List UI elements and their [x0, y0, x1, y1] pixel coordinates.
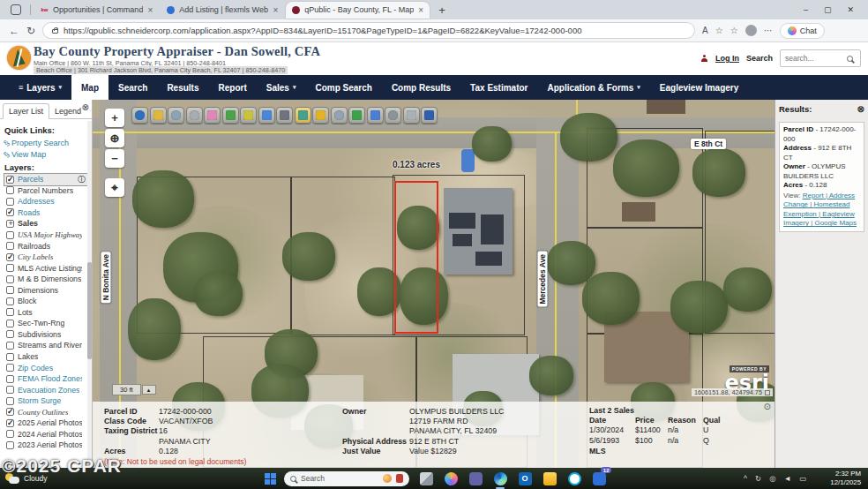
layer-row[interactable]: MLS Active Listings	[4, 262, 87, 274]
layer-checkbox[interactable]	[6, 198, 14, 206]
map-tool-button[interactable]	[240, 107, 257, 124]
header-search-box[interactable]	[780, 49, 861, 67]
map-tool-button[interactable]	[421, 107, 438, 124]
layer-row[interactable]: Railroads	[4, 240, 87, 252]
layer-label[interactable]: Lots	[18, 308, 33, 317]
locate-button[interactable]: ⌖	[105, 178, 124, 197]
layer-checkbox[interactable]	[6, 275, 14, 283]
layer-label[interactable]: Sales	[18, 219, 38, 228]
tray-icon[interactable]: ^	[744, 474, 747, 483]
layer-label[interactable]: Zip Codes	[18, 364, 53, 372]
header-search-input[interactable]	[785, 54, 847, 63]
taskbar-app-icon[interactable]	[417, 470, 435, 487]
map-tool-button[interactable]	[331, 107, 348, 124]
close-button[interactable]: ✕	[847, 5, 854, 14]
nav-item[interactable]: Results	[157, 75, 208, 100]
nav-item[interactable]: Comp Results	[382, 75, 460, 100]
coordinates-icon[interactable]	[765, 390, 770, 395]
browser-menu-icon[interactable]: ⋯	[764, 26, 773, 35]
taskbar-search[interactable]: Search	[284, 471, 409, 486]
layer-checkbox[interactable]	[6, 342, 14, 350]
layer-checkbox[interactable]	[6, 375, 14, 383]
layer-row[interactable]: Sec-Twn-Rng	[4, 318, 87, 329]
layer-checkbox[interactable]	[6, 231, 14, 239]
layer-label[interactable]: Lakes	[18, 352, 38, 361]
layer-row[interactable]: County Outlines	[4, 406, 87, 418]
address-bar[interactable]: https://qpublic.schneidercorp.com/applic…	[42, 22, 695, 39]
layer-row[interactable]: Parcels ⓘ	[4, 174, 87, 185]
nav-item[interactable]: Report	[209, 75, 257, 100]
info-icon[interactable]: ⓘ	[78, 174, 86, 185]
layer-row[interactable]: USA Major Highways	[4, 229, 87, 241]
map-tool-button[interactable]	[258, 107, 275, 124]
layer-row[interactable]: Dimensions	[4, 284, 87, 296]
map-tool-button[interactable]	[204, 107, 221, 124]
layer-checkbox[interactable]	[6, 186, 14, 194]
layer-label[interactable]: USA Major Highways	[18, 230, 82, 239]
quick-link[interactable]: § Property Search	[4, 137, 87, 148]
minimize-button[interactable]: –	[804, 5, 808, 14]
layer-label[interactable]: City Labels	[18, 252, 53, 261]
layer-row[interactable]: 2023 Aerial Photos	[4, 440, 87, 451]
map-tool-button[interactable]	[276, 107, 293, 124]
nav-item[interactable]: Sales ▾	[257, 75, 306, 100]
layer-checkbox[interactable]	[6, 353, 14, 361]
nav-item[interactable]: ≡ Layers ▾	[9, 75, 71, 100]
nav-item[interactable]: Map	[71, 75, 108, 100]
layer-row[interactable]: Lakes	[4, 351, 87, 363]
read-aloud-icon[interactable]: A	[702, 26, 708, 35]
layer-label[interactable]: Addresses	[18, 197, 55, 206]
globe-home-button[interactable]: ⊕	[105, 129, 124, 147]
search-icon[interactable]	[847, 56, 853, 62]
layer-checkbox[interactable]	[6, 441, 14, 449]
layer-row[interactable]: 2025 Aerial Photos	[4, 418, 87, 429]
tab-actions-icon[interactable]	[11, 4, 21, 15]
map-tool-button[interactable]	[403, 107, 420, 124]
layer-label[interactable]: Streams and Rivers	[18, 341, 82, 350]
sidebar-scrollbar[interactable]	[87, 121, 92, 465]
layer-row[interactable]: Sales	[4, 218, 87, 229]
selected-parcel-outline[interactable]	[394, 181, 438, 334]
tray-icon[interactable]: ◄	[784, 474, 791, 483]
browser-tab[interactable]: kw Opportunities | Command ×	[34, 2, 159, 19]
map-tool-button[interactable]	[367, 107, 384, 124]
taskbar-app-icon[interactable]: 12	[590, 470, 608, 487]
layer-row[interactable]: Evacuation Zones	[4, 384, 87, 395]
results-close-icon[interactable]: ⊗	[857, 104, 864, 114]
layer-label[interactable]: Storm Surge	[18, 396, 61, 405]
layer-label[interactable]: 2025 Aerial Photos	[18, 418, 82, 427]
nav-item[interactable]: Comp Search	[305, 75, 381, 100]
layer-label[interactable]: Sec-Twn-Rng	[18, 319, 64, 327]
layer-checkbox[interactable]	[6, 220, 14, 228]
tray-icon[interactable]: ↻	[755, 474, 761, 483]
map-tool-button[interactable]	[348, 107, 365, 124]
tab-close-icon[interactable]: ×	[147, 5, 153, 15]
layer-row[interactable]: Streams and Rivers	[4, 340, 87, 351]
tab-close-icon[interactable]: ×	[418, 5, 423, 15]
layer-label[interactable]: Parcel Numbers	[18, 186, 73, 195]
nav-item[interactable]: Tax Estimator	[460, 75, 537, 100]
layer-row[interactable]: City Labels	[4, 252, 87, 263]
layer-row[interactable]: Zip Codes	[4, 362, 87, 373]
layer-label[interactable]: County Outlines	[18, 408, 68, 417]
browser-tab[interactable]: qPublic - Bay County, FL - Map ×	[286, 2, 430, 19]
layer-label[interactable]: Parcels	[18, 175, 43, 184]
layer-checkbox[interactable]	[6, 264, 14, 272]
map-tool-button[interactable]	[385, 107, 401, 124]
refresh-button[interactable]: ↻	[26, 25, 35, 37]
map-tool-button[interactable]	[150, 107, 167, 124]
layer-label[interactable]: FEMA Flood Zones	[18, 374, 82, 383]
header-search-label[interactable]: Search	[746, 54, 773, 63]
layer-checkbox[interactable]	[6, 397, 14, 405]
layer-checkbox[interactable]	[6, 286, 14, 294]
layer-row[interactable]: 2024 Aerial Photos	[4, 429, 87, 440]
layer-checkbox[interactable]	[6, 208, 14, 216]
layer-checkbox[interactable]	[6, 364, 14, 372]
layer-checkbox[interactable]	[6, 320, 14, 327]
tray-icon[interactable]: ▭	[799, 474, 806, 483]
layer-label[interactable]: Subdivisions	[18, 330, 61, 339]
zoom-out-button[interactable]: −	[105, 149, 124, 168]
copilot-chat-button[interactable]: Chat	[780, 23, 825, 39]
layer-row[interactable]: Parcel Numbers	[4, 185, 87, 197]
new-tab-button[interactable]: +	[433, 4, 451, 17]
